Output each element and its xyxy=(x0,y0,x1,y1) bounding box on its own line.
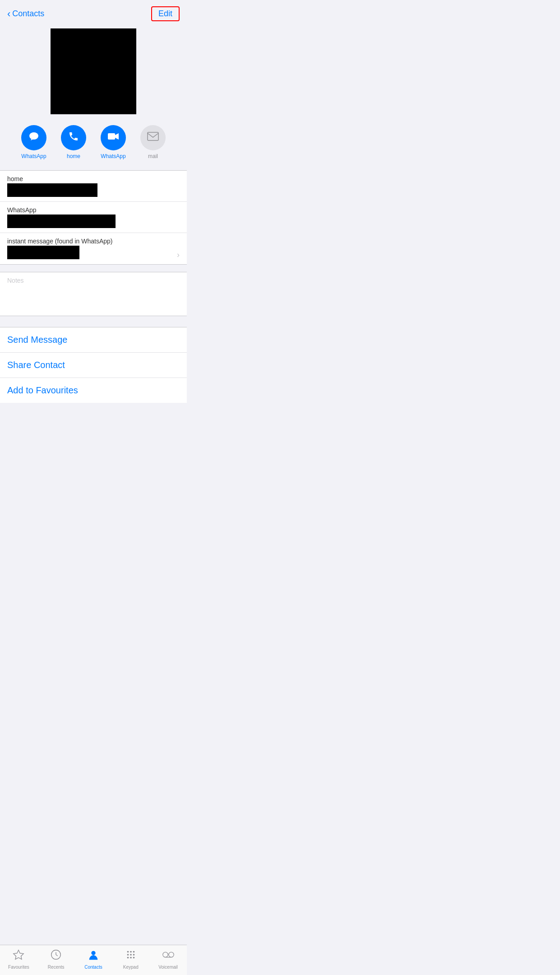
action-buttons-row: WhatsApp home xyxy=(0,121,187,170)
add-to-favourites-button[interactable]: Add to Favourites xyxy=(0,378,187,403)
whatsapp-video-label: WhatsApp xyxy=(101,153,125,159)
back-label: Contacts xyxy=(12,9,44,19)
action-mail[interactable]: mail xyxy=(140,125,166,159)
action-whatsapp-video[interactable]: WhatsApp xyxy=(101,125,126,159)
disclosure-arrow-icon: › xyxy=(177,250,180,260)
profile-photo xyxy=(51,28,136,114)
svg-rect-2 xyxy=(108,133,115,140)
home-call-circle xyxy=(61,125,86,150)
info-row-home[interactable]: home xyxy=(0,171,187,202)
info-section: home WhatsApp instant message (found in … xyxy=(0,170,187,265)
home-call-label: home xyxy=(67,153,80,159)
notes-label: Notes xyxy=(7,277,180,284)
whatsapp-value-redacted xyxy=(7,215,116,228)
home-label: home xyxy=(7,175,180,182)
message-bubble-icon xyxy=(28,131,40,145)
action-whatsapp-message[interactable]: WhatsApp xyxy=(21,125,46,159)
info-row-whatsapp[interactable]: WhatsApp xyxy=(0,202,187,233)
whatsapp-message-label: WhatsApp xyxy=(21,153,46,159)
instant-message-label: instant message (found in WhatsApp) xyxy=(7,238,177,245)
mail-label: mail xyxy=(148,153,158,159)
send-message-button[interactable]: Send Message xyxy=(0,327,187,353)
share-contact-button[interactable]: Share Contact xyxy=(0,353,187,378)
mail-circle xyxy=(140,125,166,150)
mail-icon xyxy=(147,132,159,144)
back-button[interactable]: ‹ Contacts xyxy=(7,8,44,20)
edit-button[interactable]: Edit xyxy=(151,6,180,21)
home-value-redacted xyxy=(7,183,97,197)
instant-message-content: instant message (found in WhatsApp) xyxy=(7,238,177,259)
profile-photo-container xyxy=(0,25,187,121)
svg-marker-3 xyxy=(115,133,119,140)
chevron-left-icon: ‹ xyxy=(7,8,10,20)
instant-message-value-redacted xyxy=(7,246,79,259)
video-icon xyxy=(107,131,119,145)
notes-section: Notes xyxy=(0,272,187,316)
whatsapp-video-circle xyxy=(101,125,126,150)
phone-icon xyxy=(68,131,79,145)
info-row-instant-message[interactable]: instant message (found in WhatsApp) › xyxy=(0,233,187,264)
svg-rect-4 xyxy=(148,132,158,140)
action-home-call[interactable]: home xyxy=(61,125,86,159)
top-nav: ‹ Contacts Edit xyxy=(0,0,187,25)
divider-notes xyxy=(0,265,187,272)
action-list: Send Message Share Contact Add to Favour… xyxy=(0,327,187,403)
svg-point-0 xyxy=(29,132,38,140)
whatsapp-message-circle xyxy=(21,125,46,150)
whatsapp-label: WhatsApp xyxy=(7,206,180,214)
